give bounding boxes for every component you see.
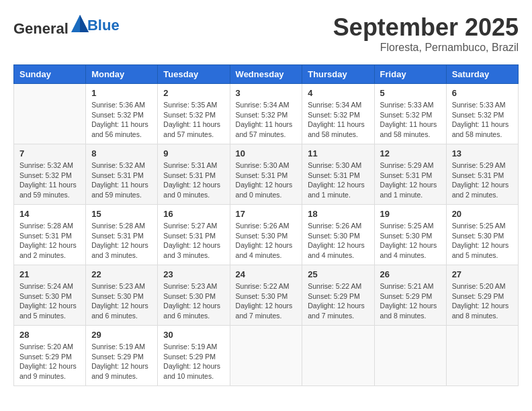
day-info: Sunrise: 5:32 AM Sunset: 5:31 PM Dayligh… [91,161,152,200]
calendar-week-4: 28Sunrise: 5:20 AM Sunset: 5:29 PM Dayli… [14,326,519,386]
table-row: 22Sunrise: 5:23 AM Sunset: 5:30 PM Dayli… [86,265,158,326]
day-info: Sunrise: 5:24 AM Sunset: 5:30 PM Dayligh… [19,281,80,321]
day-number: 3 [236,88,297,98]
table-row: 17Sunrise: 5:26 AM Sunset: 5:30 PM Dayli… [230,205,302,265]
day-info: Sunrise: 5:25 AM Sunset: 5:30 PM Dayligh… [452,221,513,261]
table-row: 20Sunrise: 5:25 AM Sunset: 5:30 PM Dayli… [446,205,518,265]
day-number: 5 [380,88,441,98]
calendar-week-2: 14Sunrise: 5:28 AM Sunset: 5:31 PM Dayli… [14,205,519,265]
calendar-week-0: 1Sunrise: 5:36 AM Sunset: 5:32 PM Daylig… [14,84,519,144]
table-row: 28Sunrise: 5:20 AM Sunset: 5:29 PM Dayli… [14,326,86,386]
day-number: 10 [236,148,297,158]
table-row: 27Sunrise: 5:20 AM Sunset: 5:29 PM Dayli… [446,265,518,326]
table-row [14,84,86,144]
table-row: 11Sunrise: 5:30 AM Sunset: 5:31 PM Dayli… [302,144,374,205]
day-info: Sunrise: 5:30 AM Sunset: 5:31 PM Dayligh… [308,161,368,200]
day-number: 1 [91,88,152,98]
subtitle: Floresta, Pernambuco, Brazil [333,42,519,54]
table-row: 6Sunrise: 5:33 AM Sunset: 5:32 PM Daylig… [446,84,518,144]
col-monday: Monday [86,65,158,84]
table-row: 3Sunrise: 5:34 AM Sunset: 5:32 PM Daylig… [230,84,302,144]
day-info: Sunrise: 5:30 AM Sunset: 5:31 PM Dayligh… [236,161,297,200]
day-number: 28 [19,330,80,340]
table-row: 7Sunrise: 5:32 AM Sunset: 5:32 PM Daylig… [14,144,86,205]
day-number: 15 [91,209,152,219]
table-row: 5Sunrise: 5:33 AM Sunset: 5:32 PM Daylig… [374,84,446,144]
col-saturday: Saturday [446,65,518,84]
table-row: 4Sunrise: 5:34 AM Sunset: 5:32 PM Daylig… [302,84,374,144]
day-number: 17 [236,209,297,219]
table-row [230,326,302,386]
table-row: 8Sunrise: 5:32 AM Sunset: 5:31 PM Daylig… [86,144,158,205]
table-row: 10Sunrise: 5:30 AM Sunset: 5:31 PM Dayli… [230,144,302,205]
table-row: 23Sunrise: 5:23 AM Sunset: 5:30 PM Dayli… [158,265,230,326]
table-row: 19Sunrise: 5:25 AM Sunset: 5:30 PM Dayli… [374,205,446,265]
table-row: 30Sunrise: 5:19 AM Sunset: 5:29 PM Dayli… [158,326,230,386]
day-info: Sunrise: 5:29 AM Sunset: 5:31 PM Dayligh… [452,161,513,200]
table-row: 26Sunrise: 5:21 AM Sunset: 5:29 PM Dayli… [374,265,446,326]
day-number: 24 [236,269,297,279]
day-info: Sunrise: 5:34 AM Sunset: 5:32 PM Dayligh… [308,100,368,140]
calendar: Sunday Monday Tuesday Wednesday Thursday… [13,64,519,386]
day-number: 12 [380,148,441,158]
day-info: Sunrise: 5:35 AM Sunset: 5:32 PM Dayligh… [163,100,224,140]
day-info: Sunrise: 5:23 AM Sunset: 5:30 PM Dayligh… [163,281,224,321]
day-info: Sunrise: 5:31 AM Sunset: 5:31 PM Dayligh… [163,161,224,200]
day-number: 30 [163,330,224,340]
logo: General Blue [13,13,120,38]
day-number: 7 [19,148,80,158]
table-row: 2Sunrise: 5:35 AM Sunset: 5:32 PM Daylig… [158,84,230,144]
table-row: 16Sunrise: 5:27 AM Sunset: 5:31 PM Dayli… [158,205,230,265]
table-row: 24Sunrise: 5:22 AM Sunset: 5:30 PM Dayli… [230,265,302,326]
day-number: 14 [19,209,80,219]
day-info: Sunrise: 5:28 AM Sunset: 5:31 PM Dayligh… [19,221,80,261]
day-info: Sunrise: 5:34 AM Sunset: 5:32 PM Dayligh… [236,100,297,140]
day-number: 2 [163,88,224,98]
day-number: 27 [452,269,513,279]
table-row [374,326,446,386]
calendar-week-1: 7Sunrise: 5:32 AM Sunset: 5:32 PM Daylig… [14,144,519,205]
day-number: 29 [91,330,152,340]
day-info: Sunrise: 5:22 AM Sunset: 5:30 PM Dayligh… [236,281,297,321]
table-row: 21Sunrise: 5:24 AM Sunset: 5:30 PM Dayli… [14,265,86,326]
day-info: Sunrise: 5:23 AM Sunset: 5:30 PM Dayligh… [91,281,152,321]
day-number: 21 [19,269,80,279]
day-number: 9 [163,148,224,158]
day-info: Sunrise: 5:25 AM Sunset: 5:30 PM Dayligh… [380,221,441,261]
day-info: Sunrise: 5:26 AM Sunset: 5:30 PM Dayligh… [308,221,368,261]
day-info: Sunrise: 5:29 AM Sunset: 5:31 PM Dayligh… [380,161,441,200]
month-title: September 2025 [333,13,519,42]
day-info: Sunrise: 5:33 AM Sunset: 5:32 PM Dayligh… [380,100,441,140]
day-info: Sunrise: 5:26 AM Sunset: 5:30 PM Dayligh… [236,221,297,261]
day-info: Sunrise: 5:19 AM Sunset: 5:29 PM Dayligh… [91,342,152,381]
day-info: Sunrise: 5:20 AM Sunset: 5:29 PM Dayligh… [452,281,513,321]
table-row: 13Sunrise: 5:29 AM Sunset: 5:31 PM Dayli… [446,144,518,205]
table-row: 15Sunrise: 5:28 AM Sunset: 5:31 PM Dayli… [86,205,158,265]
day-number: 18 [308,209,368,219]
table-row: 12Sunrise: 5:29 AM Sunset: 5:31 PM Dayli… [374,144,446,205]
calendar-week-3: 21Sunrise: 5:24 AM Sunset: 5:30 PM Dayli… [14,265,519,326]
day-number: 8 [91,148,152,158]
day-info: Sunrise: 5:36 AM Sunset: 5:32 PM Dayligh… [91,100,152,140]
day-number: 19 [380,209,441,219]
day-info: Sunrise: 5:21 AM Sunset: 5:29 PM Dayligh… [380,281,441,321]
table-row: 25Sunrise: 5:22 AM Sunset: 5:29 PM Dayli… [302,265,374,326]
day-number: 22 [91,269,152,279]
col-thursday: Thursday [302,65,374,84]
table-row: 9Sunrise: 5:31 AM Sunset: 5:31 PM Daylig… [158,144,230,205]
day-info: Sunrise: 5:27 AM Sunset: 5:31 PM Dayligh… [163,221,224,261]
day-number: 4 [308,88,368,98]
calendar-header-row: Sunday Monday Tuesday Wednesday Thursday… [14,65,519,84]
day-info: Sunrise: 5:19 AM Sunset: 5:29 PM Dayligh… [163,342,224,381]
day-number: 6 [452,88,513,98]
header: General Blue September 2025 Floresta, Pe… [13,13,519,54]
col-tuesday: Tuesday [158,65,230,84]
day-number: 25 [308,269,368,279]
title-area: September 2025 Floresta, Pernambuco, Bra… [333,13,519,54]
table-row: 1Sunrise: 5:36 AM Sunset: 5:32 PM Daylig… [86,84,158,144]
day-info: Sunrise: 5:33 AM Sunset: 5:32 PM Dayligh… [452,100,513,140]
logo-general: General [13,20,69,37]
day-info: Sunrise: 5:28 AM Sunset: 5:31 PM Dayligh… [91,221,152,261]
col-wednesday: Wednesday [230,65,302,84]
col-sunday: Sunday [14,65,86,84]
